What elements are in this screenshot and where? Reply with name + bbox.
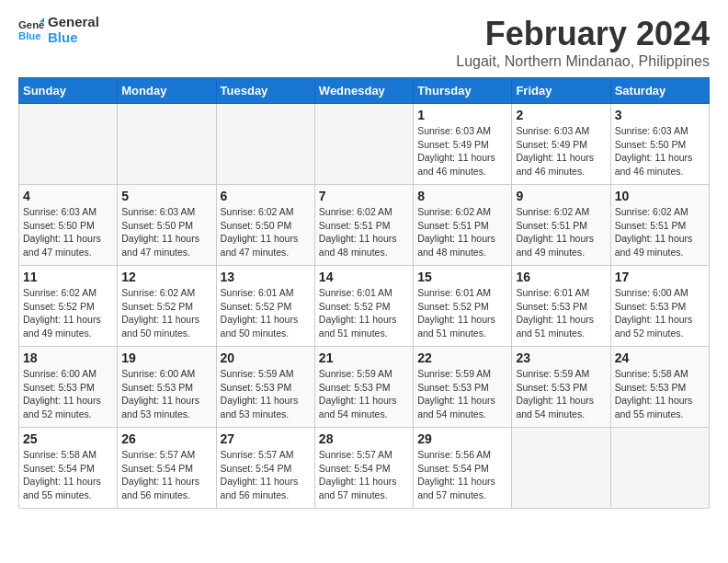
calendar-cell: 10Sunrise: 6:02 AM Sunset: 5:51 PM Dayli… (610, 185, 709, 266)
calendar-cell (314, 104, 413, 185)
day-info: Sunrise: 6:03 AM Sunset: 5:49 PM Dayligh… (516, 124, 606, 178)
svg-text:General: General (18, 19, 44, 30)
day-number: 13 (221, 270, 311, 284)
day-info: Sunrise: 6:02 AM Sunset: 5:50 PM Dayligh… (221, 205, 311, 259)
day-info: Sunrise: 6:03 AM Sunset: 5:50 PM Dayligh… (615, 124, 705, 178)
title-area: February 2024 Lugait, Northern Mindanao,… (456, 15, 710, 70)
day-number: 16 (516, 270, 606, 284)
logo-line1: General (48, 15, 99, 30)
calendar-cell: 29Sunrise: 5:56 AM Sunset: 5:54 PM Dayli… (414, 428, 512, 509)
calendar-cell: 25Sunrise: 5:58 AM Sunset: 5:54 PM Dayli… (19, 428, 118, 509)
location-title: Lugait, Northern Mindanao, Philippines (456, 53, 710, 70)
day-info: Sunrise: 6:02 AM Sunset: 5:52 PM Dayligh… (121, 286, 211, 340)
calendar-cell: 1Sunrise: 6:03 AM Sunset: 5:49 PM Daylig… (414, 104, 512, 185)
calendar-body: 1Sunrise: 6:03 AM Sunset: 5:49 PM Daylig… (19, 104, 710, 509)
day-number: 4 (23, 189, 113, 203)
day-info: Sunrise: 5:57 AM Sunset: 5:54 PM Dayligh… (121, 448, 211, 502)
calendar-cell (118, 104, 216, 185)
calendar-cell: 16Sunrise: 6:01 AM Sunset: 5:53 PM Dayli… (512, 266, 610, 347)
day-info: Sunrise: 6:02 AM Sunset: 5:52 PM Dayligh… (23, 286, 113, 340)
calendar-cell: 3Sunrise: 6:03 AM Sunset: 5:50 PM Daylig… (610, 104, 709, 185)
calendar-cell: 18Sunrise: 6:00 AM Sunset: 5:53 PM Dayli… (19, 347, 118, 428)
day-number: 25 (23, 431, 113, 446)
day-info: Sunrise: 6:03 AM Sunset: 5:50 PM Dayligh… (121, 205, 211, 259)
calendar-cell (512, 428, 610, 509)
day-number: 9 (516, 189, 606, 203)
day-info: Sunrise: 6:01 AM Sunset: 5:52 PM Dayligh… (417, 286, 507, 340)
day-header-sunday: Sunday (19, 78, 118, 104)
calendar-cell: 22Sunrise: 5:59 AM Sunset: 5:53 PM Dayli… (414, 347, 512, 428)
calendar-cell: 9Sunrise: 6:02 AM Sunset: 5:51 PM Daylig… (512, 185, 610, 266)
calendar-cell: 17Sunrise: 6:00 AM Sunset: 5:53 PM Dayli… (610, 266, 709, 347)
calendar-cell: 7Sunrise: 6:02 AM Sunset: 5:51 PM Daylig… (314, 185, 413, 266)
day-number: 12 (121, 270, 211, 284)
day-number: 21 (319, 350, 409, 365)
calendar-table: SundayMondayTuesdayWednesdayThursdayFrid… (18, 77, 710, 509)
day-number: 7 (319, 189, 409, 203)
day-info: Sunrise: 6:03 AM Sunset: 5:49 PM Dayligh… (417, 124, 507, 178)
day-info: Sunrise: 6:00 AM Sunset: 5:53 PM Dayligh… (615, 286, 705, 340)
day-info: Sunrise: 6:01 AM Sunset: 5:53 PM Dayligh… (516, 286, 606, 340)
day-number: 2 (516, 108, 606, 122)
day-info: Sunrise: 5:59 AM Sunset: 5:53 PM Dayligh… (417, 367, 507, 421)
week-row-4: 18Sunrise: 6:00 AM Sunset: 5:53 PM Dayli… (19, 347, 710, 428)
day-info: Sunrise: 6:02 AM Sunset: 5:51 PM Dayligh… (516, 205, 606, 259)
day-info: Sunrise: 5:59 AM Sunset: 5:53 PM Dayligh… (319, 367, 409, 421)
day-number: 8 (417, 189, 507, 203)
day-info: Sunrise: 6:02 AM Sunset: 5:51 PM Dayligh… (417, 205, 507, 259)
day-info: Sunrise: 6:01 AM Sunset: 5:52 PM Dayligh… (221, 286, 311, 340)
day-info: Sunrise: 6:00 AM Sunset: 5:53 PM Dayligh… (121, 367, 211, 421)
day-info: Sunrise: 6:00 AM Sunset: 5:53 PM Dayligh… (23, 367, 113, 421)
calendar-cell: 21Sunrise: 5:59 AM Sunset: 5:53 PM Dayli… (314, 347, 413, 428)
day-info: Sunrise: 6:02 AM Sunset: 5:51 PM Dayligh… (319, 205, 409, 259)
calendar-cell: 13Sunrise: 6:01 AM Sunset: 5:52 PM Dayli… (216, 266, 314, 347)
calendar-cell: 4Sunrise: 6:03 AM Sunset: 5:50 PM Daylig… (19, 185, 118, 266)
calendar-cell: 6Sunrise: 6:02 AM Sunset: 5:50 PM Daylig… (216, 185, 314, 266)
calendar-cell: 20Sunrise: 5:59 AM Sunset: 5:53 PM Dayli… (216, 347, 314, 428)
day-number: 14 (319, 270, 409, 284)
day-number: 19 (121, 350, 211, 365)
calendar-cell: 28Sunrise: 5:57 AM Sunset: 5:54 PM Dayli… (314, 428, 413, 509)
calendar-cell: 23Sunrise: 5:59 AM Sunset: 5:53 PM Dayli… (512, 347, 610, 428)
day-number: 1 (417, 108, 507, 122)
day-number: 24 (615, 350, 705, 365)
svg-text:Blue: Blue (18, 29, 41, 40)
day-number: 15 (417, 270, 507, 284)
calendar-cell: 27Sunrise: 5:57 AM Sunset: 5:54 PM Dayli… (216, 428, 314, 509)
calendar-cell: 24Sunrise: 5:58 AM Sunset: 5:53 PM Dayli… (610, 347, 709, 428)
logo-icon: General Blue (18, 17, 44, 43)
day-number: 27 (221, 431, 311, 446)
day-number: 26 (121, 431, 211, 446)
day-number: 29 (417, 431, 507, 446)
day-info: Sunrise: 5:57 AM Sunset: 5:54 PM Dayligh… (221, 448, 311, 502)
day-info: Sunrise: 5:56 AM Sunset: 5:54 PM Dayligh… (417, 448, 507, 502)
day-info: Sunrise: 5:57 AM Sunset: 5:54 PM Dayligh… (319, 448, 409, 502)
day-number: 18 (23, 350, 113, 365)
logo-line2: Blue (48, 30, 99, 46)
calendar-cell (216, 104, 314, 185)
day-number: 10 (615, 189, 705, 203)
day-info: Sunrise: 6:02 AM Sunset: 5:51 PM Dayligh… (615, 205, 705, 259)
day-number: 5 (121, 189, 211, 203)
day-number: 17 (615, 270, 705, 284)
calendar-cell (19, 104, 118, 185)
day-number: 28 (319, 431, 409, 446)
day-number: 23 (516, 350, 606, 365)
day-header-wednesday: Wednesday (314, 78, 413, 104)
day-info: Sunrise: 5:58 AM Sunset: 5:53 PM Dayligh… (615, 367, 705, 421)
day-header-tuesday: Tuesday (216, 78, 314, 104)
logo: General Blue General Blue (18, 15, 99, 45)
week-row-1: 1Sunrise: 6:03 AM Sunset: 5:49 PM Daylig… (19, 104, 710, 185)
calendar-cell: 12Sunrise: 6:02 AM Sunset: 5:52 PM Dayli… (118, 266, 216, 347)
day-header-friday: Friday (512, 78, 610, 104)
day-number: 20 (221, 350, 311, 365)
calendar-cell (610, 428, 709, 509)
day-number: 3 (615, 108, 705, 122)
calendar-header-row: SundayMondayTuesdayWednesdayThursdayFrid… (19, 78, 710, 104)
week-row-3: 11Sunrise: 6:02 AM Sunset: 5:52 PM Dayli… (19, 266, 710, 347)
calendar-cell: 5Sunrise: 6:03 AM Sunset: 5:50 PM Daylig… (118, 185, 216, 266)
day-info: Sunrise: 6:03 AM Sunset: 5:50 PM Dayligh… (23, 205, 113, 259)
calendar-cell: 8Sunrise: 6:02 AM Sunset: 5:51 PM Daylig… (414, 185, 512, 266)
day-number: 6 (221, 189, 311, 203)
day-info: Sunrise: 5:58 AM Sunset: 5:54 PM Dayligh… (23, 448, 113, 502)
